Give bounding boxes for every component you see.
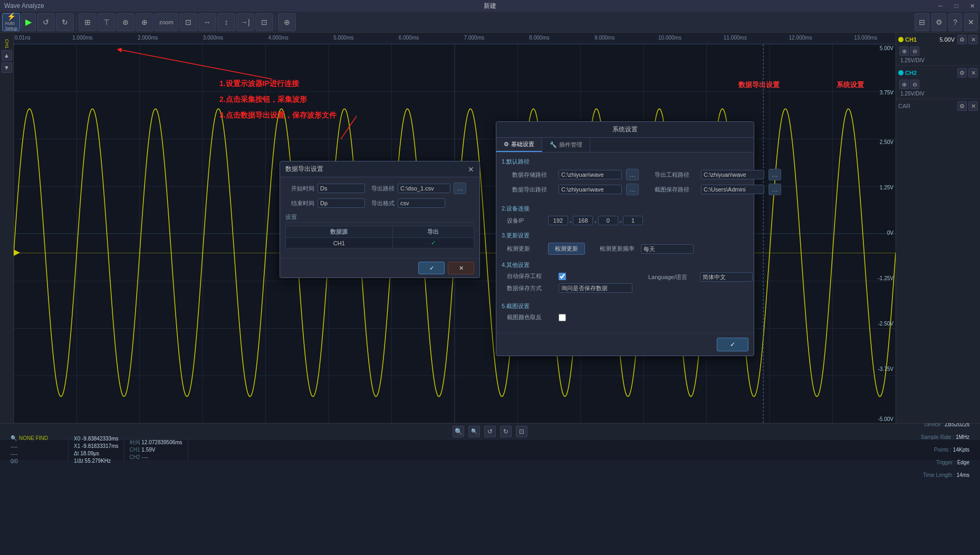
- bottom-toolbar: 🔍 🔍 ↺ ↻ ⊡: [0, 423, 980, 439]
- ch2-block: CH2 ⚙ ✕ ⊕ ⊖ 1.25V/DIV: [896, 66, 980, 99]
- invert-label: 截图颜色取反: [507, 313, 554, 321]
- export-confirm-btn[interactable]: ✓: [418, 262, 445, 274]
- tab-basic-label: 基础设置: [511, 140, 534, 148]
- invert-checkbox[interactable]: [559, 314, 566, 321]
- time-mark-2: 2.000ms: [138, 35, 158, 41]
- auto-save-checkbox[interactable]: [559, 273, 566, 280]
- export-cancel-btn[interactable]: ✕: [448, 262, 474, 274]
- ip-part-3[interactable]: [598, 216, 618, 225]
- data-export-settings-btn[interactable]: ⊟: [915, 13, 929, 31]
- analysis-btn[interactable]: ⊡: [255, 13, 273, 31]
- sep1: [76, 15, 76, 30]
- rotate-right-btn[interactable]: ↻: [500, 426, 512, 437]
- run-icon: ▶: [25, 18, 32, 26]
- measure-btn[interactable]: ⊛: [117, 13, 134, 31]
- help-icon: ?: [953, 18, 957, 26]
- start-time-select[interactable]: Ds: [318, 184, 365, 193]
- data-storage-label: 数据存储路径: [512, 171, 554, 179]
- trigger: Edge: [957, 460, 969, 465]
- snap-btn[interactable]: →|: [236, 13, 254, 31]
- export-project-browse[interactable]: …: [768, 169, 781, 180]
- sys-settings-btn[interactable]: ⚙: [931, 13, 946, 31]
- end-time-label: 结束时间: [285, 199, 314, 207]
- end-time-select[interactable]: Dp: [318, 198, 365, 208]
- volt-label-125: 1.25V: [880, 185, 893, 190]
- fit-scope-btn[interactable]: ⊡: [516, 426, 527, 437]
- tab-plugin-mgmt[interactable]: 🔧 插件管理: [542, 138, 590, 152]
- time-mark-5: 5.000ms: [333, 35, 353, 41]
- check-update-btn[interactable]: 检测更新: [548, 243, 585, 255]
- v-scroll-btn[interactable]: ↕: [217, 13, 235, 31]
- zoom-in-btn[interactable]: ⊕: [136, 13, 153, 31]
- dx-label: Δt: [74, 451, 79, 456]
- data-export-icon: ⊟: [919, 18, 925, 26]
- close-btn[interactable]: ✕: [964, 0, 980, 12]
- fit-icon: ⊡: [185, 18, 191, 26]
- car-settings-btn[interactable]: ⚙: [957, 101, 967, 111]
- ip-part-4[interactable]: [623, 216, 643, 225]
- export-dialog-close[interactable]: ✕: [468, 165, 474, 174]
- toolbar-close-btn[interactable]: ✕: [964, 13, 978, 31]
- update-freq-select[interactable]: 每天 每周: [641, 244, 694, 254]
- ch2-close-btn[interactable]: ✕: [968, 68, 978, 78]
- car-close-btn[interactable]: ✕: [968, 101, 978, 111]
- window-controls: ─ □ ✕: [933, 0, 980, 12]
- ch1-offset-down[interactable]: ▼: [2, 62, 12, 73]
- tab-basic-settings[interactable]: ⚙ 基础设置: [496, 138, 542, 152]
- language-select[interactable]: 简体中文 English: [700, 272, 753, 282]
- ch1-offset-up[interactable]: ▲: [2, 50, 12, 61]
- undo-btn[interactable]: ↺: [37, 13, 55, 31]
- col-source: 数据源: [286, 226, 393, 238]
- h-scroll-btn[interactable]: ↔: [198, 13, 216, 31]
- cursor-btn[interactable]: ⊤: [98, 13, 116, 31]
- grid-btn[interactable]: ⊞: [79, 13, 97, 31]
- ip-part-1[interactable]: [548, 216, 568, 225]
- auto-setup-btn[interactable]: ⚡ AutoSetup: [2, 13, 20, 31]
- row-ch1-export[interactable]: ✓: [392, 238, 474, 248]
- maximize-btn[interactable]: □: [948, 0, 964, 12]
- x0-label: X0: [74, 436, 80, 442]
- ip-part-2[interactable]: [573, 216, 593, 225]
- time-mark-9: 9.000ms: [594, 35, 614, 41]
- time-label: 时间: [130, 439, 142, 445]
- ch1-cur-val: 1.59V: [141, 447, 155, 453]
- redo-btn[interactable]: ↻: [56, 13, 74, 31]
- points: 14Kpts: [953, 447, 969, 453]
- ch2-settings-btn[interactable]: ⚙: [957, 68, 967, 78]
- zoom-out-scope-btn[interactable]: 🔍: [468, 426, 480, 437]
- grid-icon: ⊞: [84, 18, 91, 26]
- ch1-marker: CH1: [4, 39, 9, 49]
- protocol-btn[interactable]: ⊕: [278, 13, 296, 31]
- screenshot-path-input[interactable]: [701, 185, 764, 194]
- data-save-select[interactable]: 询问是否保存数据: [559, 283, 632, 293]
- data-export-path-input[interactable]: [559, 185, 622, 194]
- ch2-label: CH2: [905, 70, 953, 76]
- h-scroll-icon: ↔: [204, 18, 211, 26]
- ch2-zoom-in-btn[interactable]: ⊕: [899, 80, 909, 89]
- ch1-close-btn[interactable]: ✕: [968, 35, 978, 44]
- ch1-zoom-out-btn[interactable]: ⊖: [910, 46, 919, 56]
- screenshot-path-browse[interactable]: …: [768, 184, 781, 195]
- output-format-select[interactable]: csv: [398, 198, 445, 208]
- ch1-settings-btn[interactable]: ⚙: [957, 35, 967, 44]
- ch2-zoom-out-btn[interactable]: ⊖: [910, 80, 919, 89]
- browse-path-btn[interactable]: …: [454, 183, 466, 194]
- time-section: 时间 12.072839506ms CH1 1.59V CH2 ----: [124, 439, 188, 460]
- sysconfig-tabs: ⚙ 基础设置 🔧 插件管理: [496, 138, 754, 152]
- output-path-input[interactable]: [398, 184, 450, 193]
- fit-btn[interactable]: ⊡: [179, 13, 197, 31]
- title-text: 新建: [0, 2, 980, 11]
- zoom-in-scope-btn[interactable]: 🔍: [453, 426, 464, 437]
- sysconfig-confirm-btn[interactable]: ✓: [717, 338, 748, 351]
- data-storage-browse[interactable]: …: [626, 169, 639, 180]
- data-export-path-browse[interactable]: …: [626, 184, 639, 195]
- ch1-zoom-in-btn[interactable]: ⊕: [899, 46, 909, 56]
- time-mark-10: 10.000ms: [658, 35, 681, 41]
- rotate-left-btn[interactable]: ↺: [484, 426, 496, 437]
- run-btn[interactable]: ▶: [21, 13, 36, 31]
- zoom-in-icon: ⊕: [141, 18, 148, 26]
- minimize-btn[interactable]: ─: [933, 0, 948, 12]
- export-project-input[interactable]: [701, 170, 764, 179]
- data-storage-input[interactable]: [559, 170, 622, 179]
- help-btn[interactable]: ?: [948, 13, 962, 31]
